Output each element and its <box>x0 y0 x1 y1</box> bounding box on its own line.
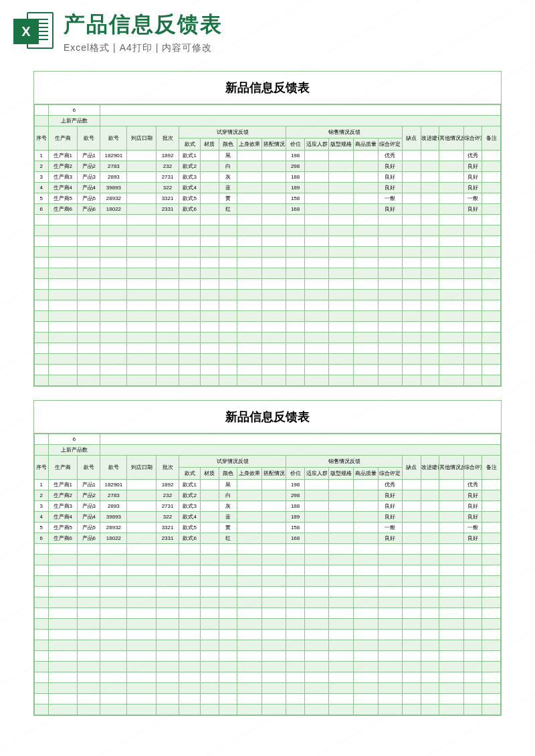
table-row-empty <box>35 225 501 236</box>
th-note: 备注 <box>482 126 501 151</box>
cell-quality <box>354 193 379 204</box>
th-supplier: 生产商 <box>48 456 77 480</box>
cell-effect <box>237 151 262 161</box>
cell-price: 158 <box>286 193 304 204</box>
cell-spec <box>329 161 354 172</box>
th-suggest: 改进建议 <box>421 456 439 480</box>
cell-comp: 良好 <box>463 501 481 512</box>
cell-code: 产品3 <box>78 172 100 183</box>
cell-date <box>127 172 156 183</box>
cell-num: 28932 <box>100 193 127 204</box>
cell-material <box>201 161 219 172</box>
cell-num: 18022 <box>100 204 127 215</box>
cell-date <box>127 183 156 193</box>
cell-supplier: 生产商1 <box>48 151 77 161</box>
th-crowd: 适应人群 <box>304 138 329 151</box>
table-row-empty <box>35 333 501 343</box>
table-row-empty <box>35 365 501 375</box>
cell-style: 款式3 <box>179 501 201 512</box>
cell-note <box>482 204 501 215</box>
th-group-tryon: 试穿情况反馈 <box>179 456 286 468</box>
cell-color: 白 <box>219 161 237 172</box>
cell-match <box>261 480 286 490</box>
table-row: 3生产商3产品328932731款式3灰188良好良好 <box>35 172 501 183</box>
th-price: 价位 <box>286 468 304 480</box>
cell-color: 蓝 <box>219 183 237 193</box>
cell-spec <box>329 523 354 533</box>
cell-style: 款式4 <box>179 183 201 193</box>
cell-date <box>127 151 156 161</box>
cell-spec <box>329 501 354 512</box>
table-row-empty <box>35 565 501 576</box>
cell-spec <box>329 533 354 544</box>
table-row-empty <box>35 694 501 704</box>
cell-date <box>127 161 156 172</box>
table-row-empty <box>35 651 501 662</box>
cell-other <box>439 480 464 490</box>
excel-icon: X <box>13 12 54 52</box>
cell-short <box>403 501 421 512</box>
cell-other <box>439 204 464 215</box>
cell-quality <box>354 501 379 512</box>
cell-spec <box>329 480 354 490</box>
cell-color: 红 <box>219 204 237 215</box>
table-row-empty <box>35 236 501 247</box>
cell-code: 产品1 <box>78 480 100 490</box>
cell-batch: 322 <box>156 183 179 193</box>
feedback-table: 6上新产品数序号生产商款号款号到店日期批次试穿情况反馈销售情况反馈缺点改进建议其… <box>34 434 501 715</box>
cell-price: 158 <box>286 523 304 533</box>
cell-effect <box>237 204 262 215</box>
cell-style: 款式2 <box>179 490 201 501</box>
cell-price: 198 <box>286 480 304 490</box>
cell-spec <box>329 151 354 161</box>
cell-suggest <box>421 161 439 172</box>
cell-suggest <box>421 501 439 512</box>
cell-code: 产品2 <box>78 490 100 501</box>
cell-seq: 1 <box>35 151 49 161</box>
table-row-empty <box>35 544 501 555</box>
th-group-sales: 销售情况反馈 <box>286 126 403 138</box>
cell-batch: 232 <box>156 490 179 501</box>
table-row-empty <box>35 587 501 597</box>
cell-seq: 2 <box>35 490 49 501</box>
th-effect: 上身效果 <box>237 468 262 480</box>
cell-comp: 优秀 <box>463 480 481 490</box>
cell-match <box>261 523 286 533</box>
cell-material <box>201 512 219 523</box>
cell-suggest <box>421 183 439 193</box>
cell-batch: 2331 <box>156 204 179 215</box>
th-seq: 序号 <box>35 126 49 151</box>
table-row-empty <box>35 597 501 608</box>
cell-date <box>127 204 156 215</box>
cell-match <box>261 183 286 193</box>
cell-supplier: 生产商6 <box>48 533 77 544</box>
cell-material <box>201 490 219 501</box>
cell-supplier: 生产商3 <box>48 172 77 183</box>
th-quality: 商品质量 <box>354 468 379 480</box>
cell-match <box>261 512 286 523</box>
cell-quality <box>354 490 379 501</box>
table-row-empty <box>35 672 501 683</box>
table-row-empty <box>35 215 501 225</box>
cell-price: 189 <box>286 183 304 193</box>
cell-eval: 良好 <box>378 183 403 193</box>
cell-match <box>261 172 286 183</box>
table-row-empty <box>35 258 501 268</box>
cell-other <box>439 161 464 172</box>
cell-batch: 2331 <box>156 533 179 544</box>
cell-code: 产品4 <box>78 183 100 193</box>
table-row-empty <box>35 268 501 279</box>
cell-color: 红 <box>219 533 237 544</box>
cell-effect <box>237 183 262 193</box>
th-date: 到店日期 <box>127 456 156 480</box>
cell-short <box>403 523 421 533</box>
th-group-tryon: 试穿情况反馈 <box>179 126 286 138</box>
cell-effect <box>237 480 262 490</box>
th-code: 款号 <box>78 126 100 151</box>
cell-supplier: 生产商2 <box>48 490 77 501</box>
cell-short <box>403 183 421 193</box>
cell-price: 168 <box>286 204 304 215</box>
cell-effect <box>237 490 262 501</box>
cell-color: 黑 <box>219 151 237 161</box>
th-short: 缺点 <box>403 126 421 151</box>
